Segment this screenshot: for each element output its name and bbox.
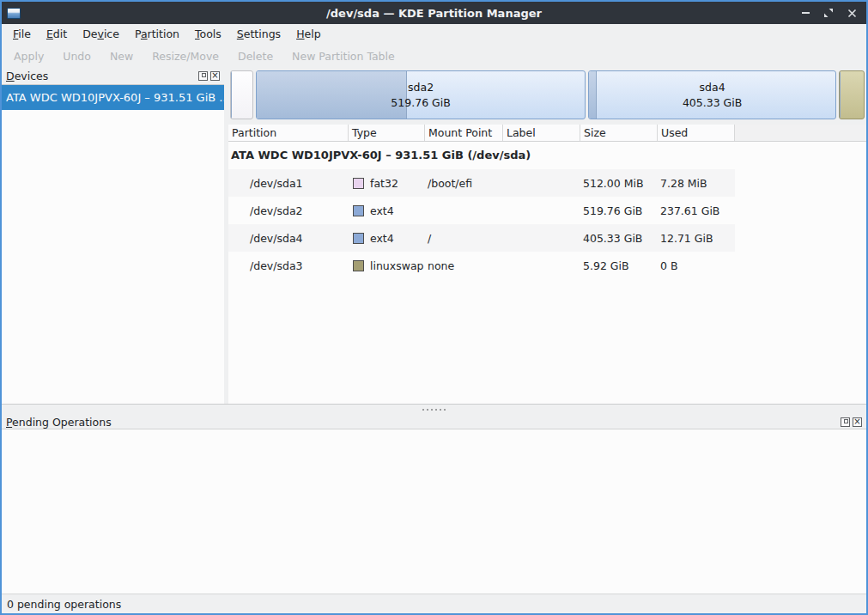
resize-move-button[interactable]: Resize/Move bbox=[143, 50, 228, 63]
column-header-mount-point[interactable]: Mount Point bbox=[425, 125, 503, 141]
undo-button[interactable]: Undo bbox=[53, 50, 100, 63]
partition-table: Partition Type Mount Point Label Size Us… bbox=[228, 125, 866, 404]
toolbar: Apply Undo New Resize/Move Delete New Pa… bbox=[2, 45, 866, 67]
used-overlay bbox=[840, 71, 841, 119]
used-overlay bbox=[589, 71, 597, 119]
horizontal-splitter[interactable] bbox=[2, 405, 866, 415]
dock-float-icon[interactable] bbox=[198, 71, 208, 81]
dock-close-icon[interactable]: × bbox=[210, 71, 220, 81]
column-header-type[interactable]: Type bbox=[349, 125, 425, 141]
minimize-icon[interactable] bbox=[800, 8, 810, 18]
window-title: /dev/sda — KDE Partition Manager bbox=[2, 7, 866, 20]
maximize-icon[interactable] bbox=[823, 8, 834, 18]
window-controls bbox=[800, 8, 866, 18]
table-header: Partition Type Mount Point Label Size Us… bbox=[228, 125, 866, 142]
menubar: File Edit Device Partition Tools Setting… bbox=[2, 24, 866, 45]
apply-button[interactable]: Apply bbox=[4, 50, 53, 63]
column-header-used[interactable]: Used bbox=[658, 125, 735, 141]
device-list: ATA WDC WD10JPVX-60J – 931.51 GiB ... bbox=[2, 85, 224, 404]
pending-operations-count: 0 pending operations bbox=[7, 598, 121, 611]
main-area: Devices × ATA WDC WD10JPVX-60J – 931.51 … bbox=[2, 67, 866, 405]
devices-panel-title: Devices bbox=[6, 70, 48, 82]
device-group-row[interactable]: ATA WDC WD10JPVX-60J – 931.51 GiB (/dev/… bbox=[228, 142, 735, 169]
menu-file[interactable]: File bbox=[5, 24, 39, 45]
partition-row[interactable]: /dev/sda2 ext4 519.76 GiB 237.61 GiB bbox=[228, 197, 735, 224]
new-partition-table-button[interactable]: New Partition Table bbox=[282, 50, 404, 63]
column-header-partition[interactable]: Partition bbox=[228, 125, 349, 141]
dock-float-icon[interactable] bbox=[841, 417, 850, 427]
dock-close-icon[interactable]: × bbox=[853, 417, 862, 427]
device-list-item[interactable]: ATA WDC WD10JPVX-60J – 931.51 GiB ... bbox=[2, 85, 224, 110]
menu-device[interactable]: Device bbox=[75, 24, 127, 45]
pending-operations-header: Pending Operations × bbox=[2, 415, 866, 429]
pending-operations-title: Pending Operations bbox=[6, 416, 112, 429]
pending-operations-list bbox=[2, 429, 866, 594]
statusbar: 0 pending operations bbox=[2, 594, 866, 613]
menu-tools[interactable]: Tools bbox=[187, 24, 229, 45]
partition-segment-sda1[interactable] bbox=[230, 70, 253, 119]
app-icon bbox=[7, 8, 21, 19]
menu-edit[interactable]: Edit bbox=[39, 24, 75, 45]
used-overlay bbox=[231, 71, 232, 119]
new-button[interactable]: New bbox=[100, 50, 143, 63]
close-icon[interactable] bbox=[847, 8, 857, 18]
menu-help[interactable]: Help bbox=[288, 24, 329, 45]
type-swatch bbox=[353, 233, 364, 244]
type-swatch bbox=[353, 178, 364, 189]
column-header-label[interactable]: Label bbox=[503, 125, 580, 141]
partition-bar: sda2519.76 GiB sda4405.33 GiB bbox=[228, 67, 866, 125]
used-overlay bbox=[257, 71, 406, 119]
column-header-size[interactable]: Size bbox=[580, 125, 658, 141]
pending-operations-panel: Pending Operations × bbox=[2, 415, 866, 594]
type-swatch bbox=[353, 260, 364, 271]
titlebar[interactable]: /dev/sda — KDE Partition Manager bbox=[2, 2, 866, 24]
partition-row[interactable]: /dev/sda4 ext4 / 405.33 GiB 12.71 GiB bbox=[228, 224, 735, 252]
partition-row[interactable]: /dev/sda3 linuxswap none 5.92 GiB 0 B bbox=[228, 252, 735, 279]
right-pane: sda2519.76 GiB sda4405.33 GiB Partition bbox=[228, 67, 866, 404]
devices-panel: Devices × ATA WDC WD10JPVX-60J – 931.51 … bbox=[2, 67, 224, 404]
type-swatch bbox=[353, 205, 364, 216]
menu-settings[interactable]: Settings bbox=[229, 24, 288, 45]
partition-segment-sda2[interactable]: sda2519.76 GiB bbox=[256, 70, 585, 119]
partition-segment-sda3[interactable] bbox=[839, 70, 865, 119]
partition-row[interactable]: /dev/sda1 fat32 /boot/efi 512.00 MiB 7.2… bbox=[228, 169, 735, 197]
devices-panel-header: Devices × bbox=[2, 67, 224, 85]
kde-partition-manager-window: /dev/sda — KDE Partition Manager File Ed… bbox=[0, 0, 868, 615]
delete-button[interactable]: Delete bbox=[228, 50, 282, 63]
menu-partition[interactable]: Partition bbox=[127, 24, 187, 45]
partition-segment-sda4[interactable]: sda4405.33 GiB bbox=[588, 70, 837, 119]
